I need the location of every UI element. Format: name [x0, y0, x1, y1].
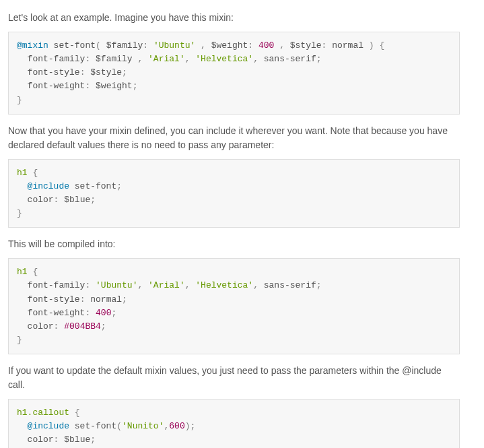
code-token: $family	[101, 40, 143, 51]
code-token: h1	[17, 267, 28, 277]
text-span: If you want to update the default mixin …	[8, 365, 402, 376]
code-token: font-style	[17, 67, 80, 77]
text-span: call.	[8, 379, 25, 390]
code-token: ,	[274, 40, 285, 51]
code-token: @mixin	[17, 40, 48, 51]
code-token: $blue	[59, 195, 90, 205]
code-token: ;	[122, 67, 127, 77]
code-token: ;	[316, 280, 322, 290]
code-token: {	[374, 40, 385, 51]
code-token: font-weight	[17, 308, 85, 318]
code-token: @include	[17, 421, 69, 431]
code-token: {	[69, 408, 80, 418]
code-token: ,	[185, 280, 191, 290]
code-token: $style	[85, 67, 122, 77]
code-token: h1	[17, 408, 28, 418]
code-token: ,	[195, 40, 206, 51]
code-block-override: h1.callout { @include set-font('Nunito',…	[8, 399, 460, 448]
code-token: normal	[326, 40, 368, 51]
code-token: :	[248, 40, 253, 51]
code-token: ;	[116, 181, 122, 191]
code-token: (	[116, 421, 122, 431]
code-token: ;	[101, 321, 106, 331]
code-token: h1	[17, 168, 28, 178]
code-token: 400	[90, 308, 111, 318]
code-token: )	[185, 421, 191, 431]
code-token: @include	[17, 181, 69, 191]
code-token: font-style	[17, 294, 80, 305]
code-token: )	[369, 40, 374, 51]
code-token: $blue	[59, 435, 90, 445]
code-token: $family	[90, 54, 137, 64]
code-token: ,	[253, 280, 258, 290]
code-token: 'Helvetica'	[191, 280, 254, 290]
code-token: ,	[185, 54, 191, 64]
code-token: (	[96, 40, 101, 51]
code-block-mixin-def: @mixin set-font( $family: 'Ubuntu' , $we…	[8, 32, 460, 115]
code-token: ;	[191, 421, 196, 431]
code-token: 'Nunito'	[122, 421, 164, 431]
code-token: set-font	[69, 421, 116, 431]
code-token: font-family	[17, 54, 85, 64]
code-token: color	[17, 321, 54, 331]
code-token: {	[28, 267, 38, 277]
code-token: :	[143, 40, 148, 51]
code-block-include: h1 { @include set-font; color: $blue; }	[8, 159, 460, 228]
code-token: $weight	[90, 81, 132, 91]
code-token: .callout	[28, 408, 69, 418]
code-token: 'Arial'	[143, 280, 184, 290]
code-token: 'Ubuntu'	[148, 40, 195, 51]
code-token: set-font	[69, 181, 116, 191]
code-token: 'Ubuntu'	[90, 280, 137, 290]
code-token: ;	[133, 81, 138, 91]
paragraph-override: If you want to update the default mixin …	[8, 364, 460, 392]
code-token: #004BB4	[59, 321, 100, 331]
code-token: sans-serif	[258, 54, 316, 64]
code-token: }	[17, 95, 22, 105]
code-token: 'Helvetica'	[191, 54, 254, 64]
inline-code: @include	[402, 365, 442, 376]
code-token: sans-serif	[258, 280, 316, 290]
code-token: ;	[122, 294, 127, 305]
code-token: }	[17, 335, 22, 345]
paragraph-intro: Let's look at an example. Imagine you ha…	[8, 11, 460, 25]
code-token: 'Arial'	[143, 54, 184, 64]
code-token: $weight	[206, 40, 248, 51]
code-token: $style	[285, 40, 322, 51]
code-token: ;	[111, 308, 116, 318]
code-token: }	[17, 208, 22, 218]
code-token: normal	[85, 294, 122, 305]
code-token: color	[17, 195, 54, 205]
code-token: set-font	[48, 40, 96, 51]
code-token: ;	[90, 435, 96, 445]
code-token: 400	[253, 40, 274, 51]
code-token: ;	[316, 54, 322, 64]
paragraph-compiled: This will be compiled into:	[8, 237, 460, 251]
code-token: {	[28, 168, 38, 178]
code-token: ;	[90, 195, 96, 205]
code-token: ,	[253, 54, 258, 64]
code-token: 600	[169, 421, 184, 431]
code-token: color	[17, 435, 54, 445]
paragraph-usage: Now that you have your mixin defined, yo…	[8, 124, 460, 152]
code-token: font-weight	[17, 81, 85, 91]
code-token: font-family	[17, 280, 85, 290]
code-block-compiled: h1 { font-family: 'Ubuntu', 'Arial', 'He…	[8, 258, 460, 354]
